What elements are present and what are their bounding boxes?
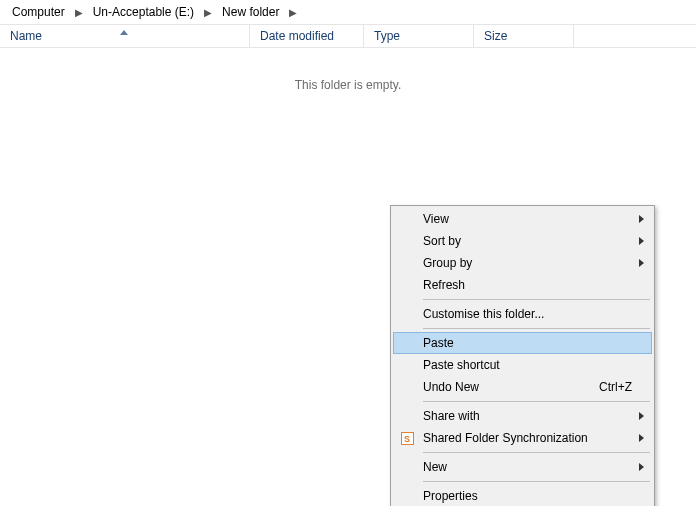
chevron-right-icon[interactable]: ▶ — [198, 7, 218, 18]
column-header-date[interactable]: Date modified — [250, 25, 364, 47]
column-headers: Name Date modified Type Size — [0, 24, 696, 48]
menu-label: Share with — [423, 409, 632, 423]
menu-item-view[interactable]: View — [393, 208, 652, 230]
menu-separator — [423, 481, 650, 482]
menu-item-new[interactable]: New — [393, 456, 652, 478]
menu-label: Customise this folder... — [423, 307, 632, 321]
menu-item-undo-new[interactable]: Undo New Ctrl+Z — [393, 376, 652, 398]
column-label: Date modified — [260, 29, 334, 43]
breadcrumb-item-folder[interactable]: New folder — [218, 5, 283, 19]
chevron-right-icon[interactable]: ▶ — [283, 7, 303, 18]
empty-folder-message: This folder is empty. — [0, 78, 696, 92]
menu-label: Undo New — [423, 380, 599, 394]
menu-item-share-with[interactable]: Share with — [393, 405, 652, 427]
menu-label: Sort by — [423, 234, 632, 248]
menu-item-customise[interactable]: Customise this folder... — [393, 303, 652, 325]
menu-item-shared-folder-sync[interactable]: S Shared Folder Synchronization — [393, 427, 652, 449]
menu-item-paste-shortcut[interactable]: Paste shortcut — [393, 354, 652, 376]
column-header-type[interactable]: Type — [364, 25, 474, 47]
submenu-arrow-icon — [639, 215, 644, 223]
menu-label: View — [423, 212, 632, 226]
column-header-size[interactable]: Size — [474, 25, 574, 47]
menu-item-properties[interactable]: Properties — [393, 485, 652, 506]
menu-item-paste[interactable]: Paste — [393, 332, 652, 354]
column-header-name[interactable]: Name — [0, 25, 250, 47]
menu-label: Paste — [423, 336, 632, 350]
menu-label: Refresh — [423, 278, 632, 292]
menu-item-sort-by[interactable]: Sort by — [393, 230, 652, 252]
menu-separator — [423, 328, 650, 329]
menu-label: Properties — [423, 489, 632, 503]
menu-label: Shared Folder Synchronization — [423, 431, 632, 445]
menu-separator — [423, 299, 650, 300]
column-label: Name — [10, 29, 42, 43]
menu-label: New — [423, 460, 632, 474]
menu-separator — [423, 452, 650, 453]
submenu-arrow-icon — [639, 412, 644, 420]
column-label: Size — [484, 29, 507, 43]
breadcrumb: Computer ▶ Un-Acceptable (E:) ▶ New fold… — [0, 0, 696, 24]
menu-shortcut: Ctrl+Z — [599, 380, 632, 394]
chevron-right-icon[interactable]: ▶ — [69, 7, 89, 18]
menu-label: Group by — [423, 256, 632, 270]
context-menu: View Sort by Group by Refresh Customise … — [390, 205, 655, 506]
menu-separator — [423, 401, 650, 402]
submenu-arrow-icon — [639, 463, 644, 471]
breadcrumb-item-drive[interactable]: Un-Acceptable (E:) — [89, 5, 198, 19]
menu-item-refresh[interactable]: Refresh — [393, 274, 652, 296]
breadcrumb-item-computer[interactable]: Computer — [8, 5, 69, 19]
submenu-arrow-icon — [639, 237, 644, 245]
column-label: Type — [374, 29, 400, 43]
menu-item-group-by[interactable]: Group by — [393, 252, 652, 274]
shared-folder-sync-icon: S — [400, 431, 414, 445]
submenu-arrow-icon — [639, 259, 644, 267]
submenu-arrow-icon — [639, 434, 644, 442]
menu-label: Paste shortcut — [423, 358, 632, 372]
sort-ascending-icon — [120, 30, 128, 35]
